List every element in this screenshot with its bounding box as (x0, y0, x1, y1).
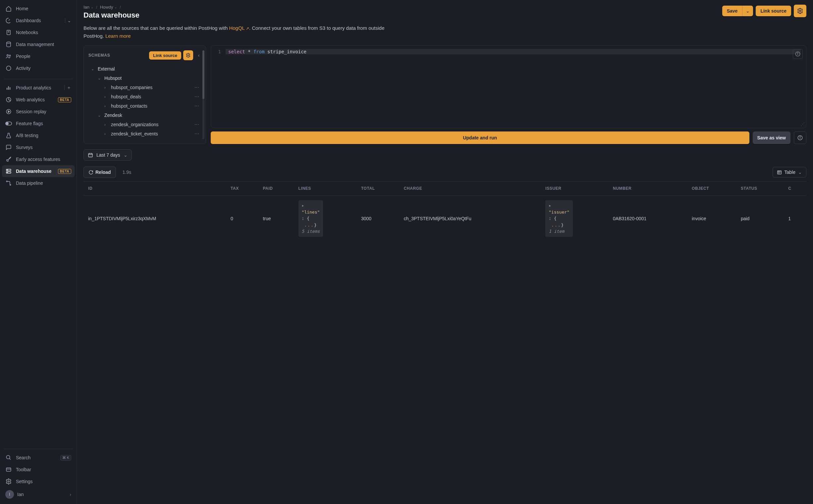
tree-node-hubspot[interactable]: ⌄Hubspot (88, 74, 202, 83)
cell-tax: 0 (226, 196, 258, 241)
svg-point-17 (7, 170, 8, 171)
nav-label: Activity (16, 66, 71, 71)
cell-truncated: 1 (784, 196, 806, 241)
col-header[interactable]: LINES (294, 181, 356, 196)
tree-node-table[interactable]: ›hubspot_companies⋯ (88, 83, 202, 92)
nav-label: Early access features (16, 157, 71, 162)
results-toolbar: Reload 1.9s Table ⌄ (83, 167, 806, 178)
gauge-icon (5, 17, 12, 24)
save-as-view-button[interactable]: Save as view (753, 131, 790, 144)
nav-ab-testing[interactable]: A/B testing (2, 129, 75, 141)
chevron-down-icon[interactable]: ⌄ (67, 18, 71, 23)
svg-point-18 (7, 172, 8, 173)
nav-people[interactable]: People (2, 50, 75, 62)
tree-node-external[interactable]: ⌄External (88, 64, 202, 74)
user-menu[interactable]: I Ian › (2, 487, 75, 501)
nav-dashboards[interactable]: Dashboards ⌄ (2, 15, 75, 26)
schemas-settings-button[interactable] (183, 50, 193, 60)
json-preview[interactable]: ▸ "issuer" : { ...} 1 item (545, 200, 573, 237)
server-icon (5, 168, 12, 175)
nav-activity[interactable]: Activity (2, 62, 75, 74)
schemas-title: SCHEMAS (88, 53, 147, 58)
nav-label: Data management (16, 42, 71, 47)
editor-info-button[interactable] (793, 49, 803, 59)
nav-early-access[interactable]: Early access features (2, 153, 75, 165)
more-icon[interactable]: ⋯ (192, 122, 201, 127)
nav-session-replay[interactable]: Session replay (2, 106, 75, 118)
expand-icon[interactable]: ▸ (302, 203, 304, 208)
json-preview[interactable]: ▸ "lines" : { ...} 5 items (298, 200, 323, 237)
schemas-link-source-button[interactable]: Link source (149, 51, 181, 60)
chevron-down-icon: ⌄ (124, 152, 127, 158)
nav-label: Data pipeline (16, 180, 71, 186)
nav-toolbar[interactable]: Toolbar (2, 464, 75, 476)
nav-label: Search (16, 455, 56, 460)
nav-home[interactable]: Home (2, 3, 75, 15)
svg-point-30 (797, 53, 798, 53)
col-header[interactable]: PAID (258, 181, 293, 196)
learn-more-link[interactable]: Learn more (105, 33, 131, 39)
nav-label: Feature flags (16, 121, 71, 126)
nav-product-analytics[interactable]: Product analytics ＋ (2, 82, 75, 94)
col-header[interactable]: OBJECT (687, 181, 736, 196)
nav-feature-flags[interactable]: Feature flags (2, 118, 75, 129)
nav-settings[interactable]: Settings (2, 476, 75, 487)
col-header[interactable]: TAX (226, 181, 258, 196)
col-header[interactable]: STATUS (736, 181, 784, 196)
cell-issuer: ▸ "issuer" : { ...} 1 item (541, 196, 608, 241)
view-mode-select[interactable]: Table ⌄ (773, 167, 806, 177)
nav-surveys[interactable]: Surveys (2, 141, 75, 153)
tree-node-table[interactable]: ›hubspot_contacts⋯ (88, 101, 202, 111)
col-header[interactable]: TOTAL (356, 181, 399, 196)
svg-marker-11 (8, 111, 10, 113)
resize-handle[interactable]: ⋰ (801, 122, 805, 126)
date-range-picker[interactable]: Last 7 days ⌄ (83, 149, 132, 161)
nav-data-warehouse[interactable]: Data warehouse BETA (2, 165, 75, 177)
update-run-button[interactable]: Update and run (211, 131, 749, 144)
settings-button[interactable] (794, 5, 806, 17)
svg-point-33 (800, 136, 800, 137)
svg-rect-23 (6, 468, 11, 472)
col-header[interactable]: C (784, 181, 806, 196)
pie-chart-icon (5, 96, 12, 103)
tree-node-table[interactable]: ›zendesk_organizations⋯ (88, 120, 202, 129)
tree-node-table[interactable]: ›zendesk_ticket_events⋯ (88, 129, 202, 138)
link-source-button[interactable]: Link source (756, 6, 791, 16)
more-icon[interactable]: ⋯ (192, 131, 201, 136)
nav-data-management[interactable]: Data management (2, 38, 75, 50)
col-header[interactable]: ISSUER (541, 181, 608, 196)
col-header[interactable]: CHARGE (399, 181, 541, 196)
breadcrumb-item[interactable]: Ian⌄ (83, 5, 93, 10)
save-button[interactable]: Save (722, 6, 742, 16)
sidebar: Home Dashboards ⌄ Notebooks Data managem… (0, 0, 77, 504)
editor-help-button[interactable] (794, 131, 806, 144)
nav-notebooks[interactable]: Notebooks (2, 26, 75, 38)
col-header[interactable]: ID (83, 181, 226, 196)
scrollbar[interactable] (202, 50, 204, 139)
tree-node-zendesk[interactable]: ⌄Zendesk (88, 111, 202, 120)
collapse-panel-button[interactable]: ‹ (195, 53, 202, 58)
plus-icon[interactable]: ＋ (67, 85, 71, 91)
reload-button[interactable]: Reload (83, 167, 116, 178)
expand-icon[interactable]: ▸ (549, 203, 551, 208)
nav-search[interactable]: Search ⌘ K (2, 452, 75, 464)
more-icon[interactable]: ⋯ (192, 103, 201, 109)
nav-data-pipeline[interactable]: Data pipeline (2, 177, 75, 189)
cell-status: paid (736, 196, 784, 241)
beta-badge: BETA (58, 97, 71, 102)
hogql-link[interactable]: HogQL↗ (229, 25, 249, 31)
sql-editor[interactable]: 1 select * from stripe_invoice ⋰ (211, 45, 806, 128)
nav-label: Data warehouse (16, 169, 54, 174)
save-dropdown[interactable]: ⌄ (742, 6, 753, 16)
chevron-down-icon: ⌄ (798, 170, 802, 175)
more-icon[interactable]: ⋯ (192, 85, 201, 90)
results-table-scroll[interactable]: ID TAX PAID LINES TOTAL CHARGE ISSUER NU… (83, 181, 806, 241)
intro-text: Below are all the sources that can be qu… (83, 24, 388, 40)
breadcrumb-item[interactable]: Howdy⌄ (100, 5, 117, 10)
more-icon[interactable]: ⋯ (192, 94, 201, 99)
reload-icon (88, 170, 93, 175)
col-header[interactable]: NUMBER (608, 181, 687, 196)
nav-label: Dashboards (16, 18, 61, 23)
nav-web-analytics[interactable]: Web analytics BETA (2, 94, 75, 106)
tree-node-table[interactable]: ›hubspot_deals⋯ (88, 92, 202, 101)
